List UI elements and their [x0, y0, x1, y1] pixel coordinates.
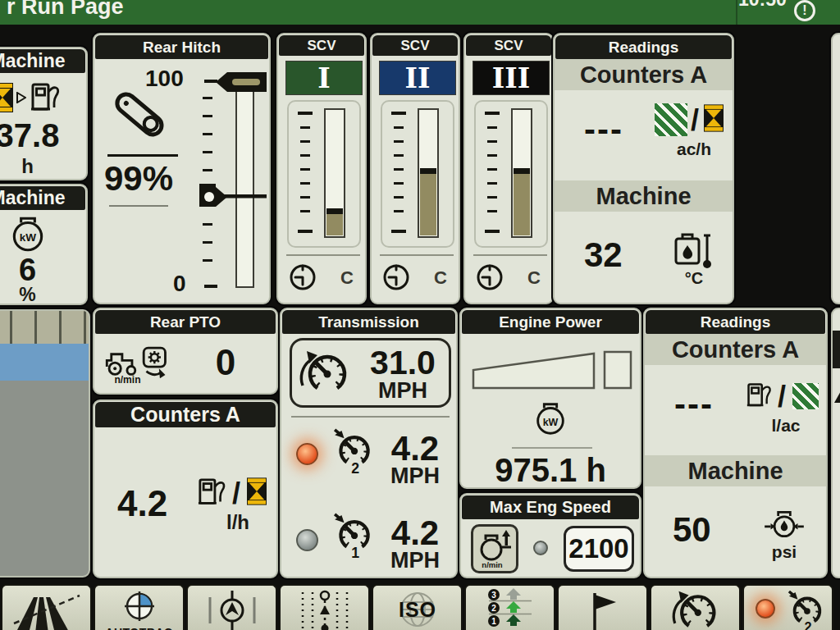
speed-2-unit: MPH: [385, 463, 445, 489]
svg-text:n/min: n/min: [114, 374, 140, 384]
speedometer-icon: [298, 347, 352, 398]
rear-hitch-title: Rear Hitch: [95, 35, 268, 59]
field-rows-icon: [12, 589, 81, 630]
page-title: r Run Page: [7, 0, 124, 21]
area-counter-icon: [792, 383, 819, 409]
svg-text:3: 3: [491, 591, 496, 600]
scv-title: SCV: [372, 35, 458, 56]
toolbar-button-flag[interactable]: [557, 584, 648, 630]
toolbar-button-itec[interactable]: 3 2 1 iTEC: [464, 584, 555, 630]
svg-text:2: 2: [804, 619, 811, 630]
speed-2-value: 4.2: [385, 429, 445, 468]
hitch-position-marker: [199, 187, 267, 207]
scv-panel-2[interactable]: SCV II C: [370, 33, 460, 304]
clock-time: 10:50: [738, 0, 787, 11]
machine-unit: °C: [673, 269, 715, 288]
engine-rpm-up-icon: n/min: [475, 528, 514, 569]
toolbar-button-row-guidance[interactable]: [279, 584, 370, 630]
hourglass-icon: [0, 83, 13, 112]
help-icon[interactable]: !: [794, 0, 815, 21]
engine-kw-icon: kW: [7, 213, 49, 254]
transmission-panel[interactable]: Transmission 31.0 MPH 2 4.2 MPH 1 4.2 MP…: [280, 308, 458, 578]
tractor-pto-icon: n/min: [104, 339, 180, 384]
speed-1-indicator: [296, 529, 318, 551]
fuel-time-panel[interactable]: Machine 37.8 h: [0, 47, 88, 180]
scv-title: SCV: [279, 35, 364, 56]
scv-panel-3[interactable]: SCV III C: [463, 33, 554, 304]
scv-timer-mode: C: [340, 267, 354, 289]
max-eng-speed-button[interactable]: n/min: [471, 524, 518, 573]
readings-title: Readings: [555, 35, 732, 59]
flag-icon: [587, 589, 619, 630]
toolbar-button-isobus[interactable]: ISO: [372, 584, 463, 630]
max-eng-speed-title: Max Eng Speed: [462, 495, 639, 519]
svg-text:2: 2: [491, 604, 496, 613]
svg-text:kW: kW: [19, 231, 36, 244]
rear-pto-panel[interactable]: Rear PTO n/min 0: [93, 308, 278, 395]
slash-glyph: /: [778, 380, 786, 414]
area-counter-icon: [655, 103, 687, 136]
gps-quartered-icon: [121, 588, 158, 624]
scv-slider-fill: [420, 168, 436, 235]
max-eng-speed-panel[interactable]: Max Eng Speed n/min 2100: [459, 493, 641, 578]
engine-hours: 975.1 h: [461, 452, 640, 489]
machine-unit: psi: [761, 542, 807, 562]
engine-load-header: Machine: [0, 186, 85, 210]
engine-kw-icon: kW: [532, 399, 569, 437]
toolbar-button-autotrac[interactable]: AUTOTRAC: [94, 584, 185, 630]
engine-load-panel[interactable]: Machine kW 6 %: [0, 184, 88, 305]
scv-banner: I: [285, 61, 363, 95]
speed-1-unit: MPH: [385, 548, 445, 573]
counters-a-panel[interactable]: Counters A 4.2 / l/h: [93, 399, 278, 578]
hitch-value: 99%: [104, 159, 173, 199]
header-divider: [736, 0, 737, 25]
row-guidance-icon: [294, 588, 355, 630]
hourglass-icon: [704, 103, 724, 133]
hitch-arm-icon: [111, 82, 173, 151]
clock-icon: [475, 262, 504, 292]
rear-pto-title: Rear PTO: [95, 310, 276, 334]
svg-text:1: 1: [351, 545, 359, 560]
globe-icon: ISO: [391, 589, 444, 630]
max-eng-speed-value: 2100: [568, 533, 628, 564]
readings-top-panel[interactable]: Readings Counters A --- / ac/h Machine 3…: [553, 33, 734, 304]
itec-icon: 3 2 1: [486, 588, 535, 629]
guidance-map-view[interactable]: [0, 309, 90, 578]
counters-value: ---: [674, 385, 714, 424]
svg-text:kW: kW: [543, 417, 559, 428]
lateral-guidance-icon: [203, 588, 261, 630]
hitch-track: [235, 80, 254, 288]
set-speed-value: 31.0: [360, 344, 445, 382]
tractor-display: { "colors": { "jd_green": "#2d6a2e", "pa…: [0, 0, 840, 630]
max-eng-speed-value-box[interactable]: 2100: [564, 526, 634, 572]
engine-power-panel[interactable]: Engine Power kW 975.1 h: [459, 308, 641, 489]
scv-slider-fill: [514, 168, 530, 235]
autotrac-label: AUTOTRAC: [95, 626, 183, 630]
slash-glyph: /: [691, 103, 699, 138]
engine-load-unit: %: [0, 284, 86, 305]
scv-slider: [418, 108, 439, 238]
scv-numeral: II: [405, 62, 431, 94]
svg-text:2: 2: [351, 460, 359, 476]
readings-bottom-panel[interactable]: Readings Counters A --- / l/ac Machine 5…: [643, 308, 828, 578]
fuel-pump-icon: [30, 81, 64, 114]
toolbar-button-field-rows[interactable]: [1, 584, 92, 630]
speed-2-toolbar-indicator: [756, 599, 775, 619]
counters-a-unit: l/h: [209, 511, 267, 534]
fuel-time-header: Machine: [0, 49, 85, 73]
toolbar-button-speed-preset-2[interactable]: 2: [742, 584, 833, 630]
machine-band: Machine: [555, 180, 733, 212]
toolbar-button-lateral-guidance[interactable]: [186, 584, 277, 630]
svg-text:ISO: ISO: [398, 598, 436, 621]
machine-value: 50: [673, 510, 711, 550]
engine-power-title: Engine Power: [462, 310, 639, 334]
scv-timer-mode: C: [527, 267, 541, 289]
title-bar: r Run Page 10:50 !: [0, 0, 840, 25]
scv-numeral: I: [317, 62, 330, 94]
toolbar-button-set-speed[interactable]: [650, 584, 741, 630]
speed-1-value: 4.2: [385, 514, 445, 553]
transmission-title: Transmission: [282, 310, 455, 334]
speedometer-1-icon: 1: [332, 513, 375, 560]
rear-hitch-panel[interactable]: Rear Hitch 100 99% 0: [93, 33, 271, 304]
scv-panel-1[interactable]: SCV I C: [276, 33, 367, 304]
